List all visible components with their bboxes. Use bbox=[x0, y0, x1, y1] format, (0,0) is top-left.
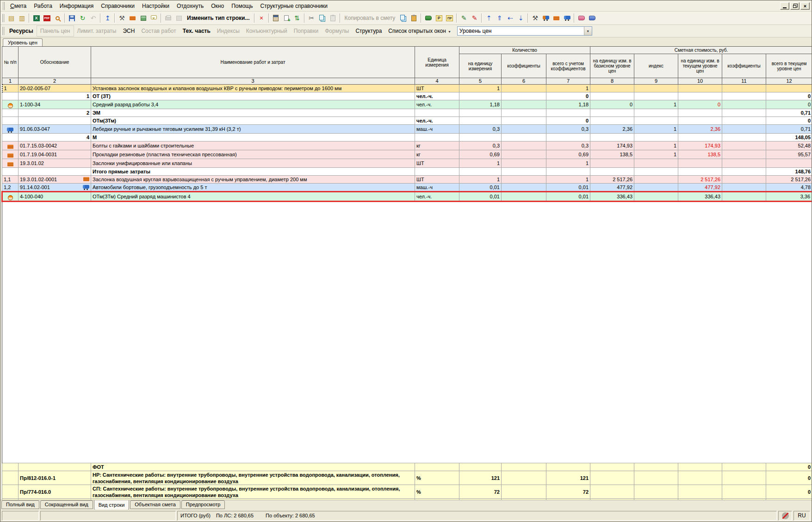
table-cell[interactable]: 0 bbox=[766, 117, 812, 125]
table-cell[interactable]: 1 bbox=[459, 176, 502, 184]
bottom-tab-active[interactable]: Вид строки bbox=[94, 500, 130, 510]
search-icon[interactable] bbox=[52, 13, 63, 23]
table-cell[interactable]: 3,36 bbox=[766, 192, 812, 202]
view-structure[interactable]: Структура bbox=[352, 26, 385, 36]
view-corrections[interactable]: Поправки bbox=[291, 26, 322, 36]
table-cell[interactable] bbox=[722, 100, 766, 109]
table-cell[interactable] bbox=[678, 159, 722, 168]
increase-level-icon[interactable]: ⇡ bbox=[483, 13, 494, 23]
table-cell[interactable]: Пр/774-016.0 bbox=[19, 485, 91, 499]
table-cell[interactable] bbox=[502, 192, 546, 202]
table-cell[interactable]: М bbox=[91, 134, 415, 141]
menu-item[interactable]: Справочники bbox=[97, 1, 138, 11]
tab-price-level[interactable]: Уровень цен bbox=[3, 38, 43, 46]
resource-r-icon[interactable]: Р bbox=[434, 13, 444, 23]
table-row[interactable]: 4-100-040ОТм(ЗТм) Средний разряд машинис… bbox=[2, 192, 812, 202]
table-cell[interactable] bbox=[2, 100, 19, 109]
table-row[interactable]: Пр/774-016.0СП: Сантехнические работы: в… bbox=[2, 485, 812, 499]
table-cell[interactable] bbox=[2, 125, 19, 134]
table-cell[interactable]: ОТ (ЗТ) bbox=[91, 92, 415, 100]
structure-block-icon[interactable] bbox=[174, 13, 184, 23]
table-cell[interactable]: 1,18 bbox=[459, 100, 502, 109]
table-cell[interactable]: Заслонки унифицированные или клапаны bbox=[91, 159, 415, 168]
calculator-icon[interactable] bbox=[271, 13, 281, 23]
table-cell[interactable] bbox=[546, 109, 590, 117]
table-cell[interactable] bbox=[722, 92, 766, 100]
table-cell[interactable] bbox=[634, 109, 678, 117]
table-cell[interactable]: 19.3.01.02 bbox=[19, 159, 91, 168]
table-cell[interactable] bbox=[502, 109, 546, 117]
table-row[interactable]: ОТм(ЗТм)чел.-ч.00 bbox=[2, 117, 812, 125]
table-cell[interactable] bbox=[459, 134, 502, 141]
refresh-icon[interactable]: ↻ bbox=[77, 13, 88, 23]
table-row[interactable]: Пр/812-016.0-1НР: Сантехнические работы:… bbox=[2, 471, 812, 485]
pdf-export-icon[interactable]: PDF bbox=[42, 13, 52, 23]
print-row-icon[interactable] bbox=[163, 13, 174, 23]
table-cell[interactable] bbox=[459, 109, 502, 117]
table-cell[interactable]: 0,01 bbox=[459, 184, 502, 192]
menu-item[interactable]: Структурные справочники bbox=[256, 1, 331, 11]
table-cell[interactable] bbox=[722, 471, 766, 485]
minimize-button[interactable] bbox=[780, 2, 789, 10]
table-cell[interactable]: 1 bbox=[634, 150, 678, 159]
table-cell[interactable] bbox=[19, 117, 91, 125]
table-cell[interactable]: чел.-ч. bbox=[415, 92, 459, 100]
resource-pr-icon[interactable]: ПР bbox=[444, 13, 455, 23]
table-cell[interactable] bbox=[678, 134, 722, 141]
table-cell[interactable] bbox=[590, 92, 634, 100]
menu-item[interactable]: Работа bbox=[30, 1, 56, 11]
table-cell[interactable]: 2 517,26 bbox=[766, 176, 812, 184]
truck-filter-icon[interactable] bbox=[562, 13, 572, 23]
table-row[interactable]: 01.7.15.03-0042Болты с гайками и шайбами… bbox=[2, 141, 812, 150]
blue-book-icon[interactable] bbox=[587, 13, 597, 23]
table-cell[interactable] bbox=[590, 85, 634, 92]
table-cell[interactable] bbox=[678, 109, 722, 117]
table-cell[interactable] bbox=[459, 92, 502, 100]
insert-row-icon[interactable]: ↥ bbox=[102, 13, 113, 23]
table-cell[interactable]: 0,69 bbox=[459, 150, 502, 159]
table-cell[interactable]: ШТ bbox=[415, 176, 459, 184]
table-cell[interactable]: 1 bbox=[546, 159, 590, 168]
table-cell[interactable] bbox=[634, 485, 678, 499]
table-row[interactable]: 1ОТ (ЗТ)чел.-ч.00 bbox=[2, 92, 812, 100]
table-cell[interactable] bbox=[766, 159, 812, 168]
table-cell[interactable]: 174,93 bbox=[590, 141, 634, 150]
view-indexes[interactable]: Индексы bbox=[214, 26, 243, 36]
paste-icon[interactable] bbox=[328, 13, 338, 23]
add-work-icon[interactable]: ⚒ bbox=[117, 13, 127, 23]
table-cell[interactable] bbox=[502, 485, 546, 499]
move-down-level-icon[interactable]: ⇣ bbox=[515, 13, 526, 23]
toolbar-grip[interactable] bbox=[2, 14, 4, 22]
table-cell[interactable] bbox=[722, 125, 766, 134]
table-cell[interactable]: 0,01 bbox=[546, 184, 590, 192]
table-cell[interactable] bbox=[634, 471, 678, 485]
open-windows-list[interactable]: Список открытых окон▼ bbox=[385, 26, 454, 36]
table-cell[interactable]: % bbox=[415, 471, 459, 485]
table-cell[interactable] bbox=[590, 159, 634, 168]
delete-row-icon[interactable]: × bbox=[256, 13, 267, 23]
table-cell[interactable] bbox=[415, 168, 459, 176]
truck-cargo-icon[interactable] bbox=[540, 13, 551, 23]
table-cell[interactable] bbox=[2, 109, 19, 117]
table-cell[interactable] bbox=[2, 92, 19, 100]
table-cell[interactable]: кг bbox=[415, 150, 459, 159]
decrease-level-icon[interactable]: ⇠ bbox=[505, 13, 515, 23]
table-cell[interactable] bbox=[634, 192, 678, 202]
table-cell[interactable]: 138,5 bbox=[678, 150, 722, 159]
table-cell[interactable] bbox=[590, 117, 634, 125]
table-cell[interactable]: 1 bbox=[2, 85, 19, 92]
language-indicator[interactable]: RU bbox=[793, 511, 810, 521]
table-cell[interactable]: 0 bbox=[766, 485, 812, 499]
table-cell[interactable] bbox=[2, 117, 19, 125]
table-cell[interactable] bbox=[459, 117, 502, 125]
table-cell[interactable] bbox=[678, 85, 722, 92]
table-cell[interactable] bbox=[634, 176, 678, 184]
table-cell[interactable]: 0,3 bbox=[546, 125, 590, 134]
table-cell[interactable] bbox=[722, 176, 766, 184]
table-cell[interactable] bbox=[2, 192, 19, 202]
table-cell[interactable] bbox=[502, 141, 546, 150]
copy-icon[interactable] bbox=[317, 13, 328, 23]
table-cell[interactable] bbox=[678, 471, 722, 485]
table-cell[interactable]: 121 bbox=[459, 471, 502, 485]
add-document-icon[interactable] bbox=[281, 13, 292, 23]
